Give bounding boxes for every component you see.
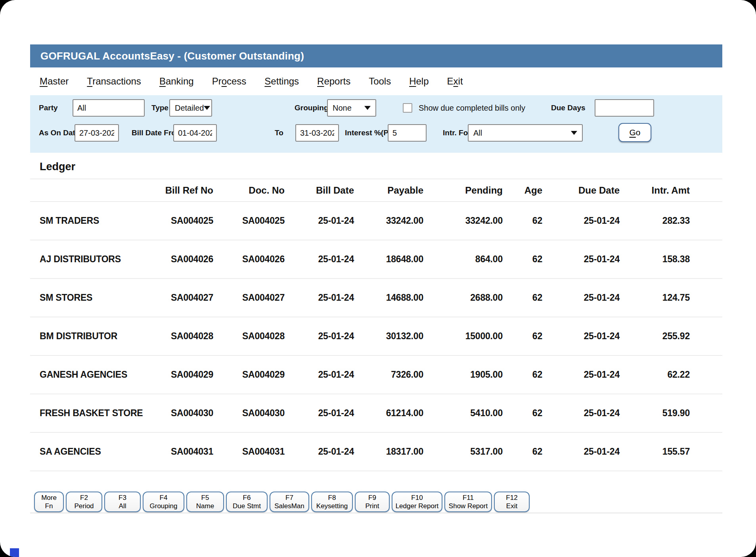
value-cell: 62.22 [623, 355, 693, 394]
value-cell: 62 [506, 355, 545, 394]
fn-button-fn[interactable]: MoreFn [34, 492, 64, 512]
fn-button-key: F3 [119, 494, 126, 502]
grouping-select[interactable]: None [327, 99, 376, 117]
ledger-name-cell: SM TRADERS [30, 202, 157, 240]
value-cell: 124.75 [623, 278, 693, 317]
menu-item-settings[interactable]: Settings [264, 76, 299, 87]
fn-button-key: F5 [201, 494, 209, 502]
intr-for-label: Intr. For [443, 124, 471, 142]
fn-button-label: Name [196, 502, 214, 510]
fn-button-grouping[interactable]: F4Grouping [143, 492, 184, 512]
table-row[interactable]: SM STORESSA004027SA00402725-01-2414688.0… [30, 278, 722, 317]
value-cell: SA004031 [157, 432, 216, 471]
bill-date-from-input[interactable] [173, 124, 217, 142]
table-row[interactable]: GANESH AGENCIESSA004029SA00402925-01-247… [30, 355, 722, 394]
value-cell: SA004031 [216, 432, 288, 471]
menu-item-help[interactable]: Help [409, 76, 429, 87]
menu-item-exit[interactable]: Exit [447, 76, 463, 87]
type-label: Type [151, 99, 168, 117]
fn-button-print[interactable]: F9Print [355, 492, 390, 512]
interest-pct-input[interactable] [388, 124, 427, 142]
column-header-blank [30, 179, 157, 202]
value-cell: 155.57 [623, 432, 693, 471]
fn-button-exit[interactable]: F12Exit [494, 492, 530, 512]
menu-item-reports[interactable]: Reports [317, 76, 350, 87]
fn-button-label: Grouping [150, 502, 178, 510]
menu-item-banking[interactable]: Banking [159, 76, 194, 87]
ledger-name-cell: SM STORES [30, 278, 157, 317]
fn-button-ledger-report[interactable]: F10Ledger Report [392, 492, 442, 512]
show-due-completed-checkbox[interactable] [403, 103, 412, 113]
value-cell: 25-01-24 [288, 202, 357, 240]
value-cell: SA004029 [157, 355, 216, 394]
to-label: To [275, 124, 283, 142]
value-cell: SA004025 [157, 202, 216, 240]
fn-button-label: Print [366, 502, 379, 510]
ledger-section-title: Ledger [30, 153, 722, 179]
menu-item-transactions[interactable]: Transactions [87, 76, 141, 87]
ledger-name-cell: BM DISTRIBUTOR [30, 317, 157, 355]
value-cell: 25-01-24 [545, 202, 623, 240]
value-cell: 5317.00 [427, 432, 506, 471]
go-button[interactable]: Go [618, 123, 651, 142]
ledger-name-cell: FRESH BASKET STORE [30, 394, 157, 432]
column-header-doc-no: Doc. No [216, 179, 288, 202]
value-cell: SA004028 [216, 317, 288, 355]
value-cell: 25-01-24 [288, 317, 357, 355]
menu-item-process[interactable]: Process [212, 76, 247, 87]
value-cell: 25-01-24 [545, 317, 623, 355]
fn-button-name[interactable]: F5Name [186, 492, 224, 512]
value-cell [693, 394, 722, 432]
fn-button-key: F6 [243, 494, 251, 502]
value-cell: 33242.00 [357, 202, 427, 240]
table-row[interactable]: SA AGENCIESSA004031SA00403125-01-2418317… [30, 432, 722, 471]
ledger-name-cell: GANESH AGENCIES [30, 355, 157, 394]
as-on-date-input[interactable] [75, 124, 119, 142]
value-cell: 62 [506, 202, 545, 240]
value-cell: 25-01-24 [288, 394, 357, 432]
value-cell: SA004026 [157, 240, 216, 278]
value-cell: 25-01-24 [545, 240, 623, 278]
fn-button-show-report[interactable]: F11Show Report [444, 492, 492, 512]
table-row[interactable]: AJ DISTRIBUTORSSA004026SA00402625-01-241… [30, 240, 722, 278]
fn-button-label: Keysetting [316, 502, 348, 510]
party-input[interactable] [73, 99, 145, 117]
value-cell [693, 432, 722, 471]
fn-button-key: F2 [80, 494, 88, 502]
fn-button-keysetting[interactable]: F8Keysetting [311, 492, 353, 512]
menu-item-master[interactable]: Master [40, 76, 69, 87]
corner-blue-square [10, 548, 19, 557]
value-cell: 864.00 [427, 240, 506, 278]
menu-bar: MasterTransactionsBankingProcessSettings… [30, 67, 722, 95]
value-cell: 519.90 [623, 394, 693, 432]
value-cell: 255.92 [623, 317, 693, 355]
value-cell: 25-01-24 [288, 240, 357, 278]
fn-button-period[interactable]: F2Period [66, 492, 102, 512]
value-cell: 15000.00 [427, 317, 506, 355]
fn-button-salesman[interactable]: F7SalesMan [270, 492, 309, 512]
table-row[interactable]: FRESH BASKET STORESA004030SA00403025-01-… [30, 394, 722, 432]
table-row[interactable]: BM DISTRIBUTORSA004028SA00402825-01-2430… [30, 317, 722, 355]
due-days-label: Due Days [551, 99, 586, 117]
intr-for-select[interactable]: All [468, 124, 583, 142]
table-row[interactable]: SM TRADERSSA004025SA00402525-01-2433242.… [30, 202, 722, 240]
fn-button-key: F12 [506, 494, 517, 502]
value-cell: 33242.00 [427, 202, 506, 240]
column-header-intr-amt: Intr. Amt [623, 179, 693, 202]
column-header-due-date: Due Date [545, 179, 623, 202]
bill-date-to-input[interactable] [295, 124, 339, 142]
column-header-blank [693, 179, 722, 202]
menu-item-tools[interactable]: Tools [369, 76, 391, 87]
value-cell: SA004027 [157, 278, 216, 317]
fn-button-label: Period [74, 502, 94, 510]
fn-button-label: Fn [45, 502, 53, 510]
value-cell: 7326.00 [357, 355, 427, 394]
fn-button-all[interactable]: F3All [104, 492, 141, 512]
value-cell: 62 [506, 317, 545, 355]
type-select[interactable]: Detailed [169, 99, 212, 117]
value-cell: 25-01-24 [288, 278, 357, 317]
due-days-input[interactable] [595, 99, 654, 117]
party-label: Party [39, 99, 58, 117]
fn-button-due-stmt[interactable]: F6Due Stmt [226, 492, 268, 512]
value-cell [693, 317, 722, 355]
